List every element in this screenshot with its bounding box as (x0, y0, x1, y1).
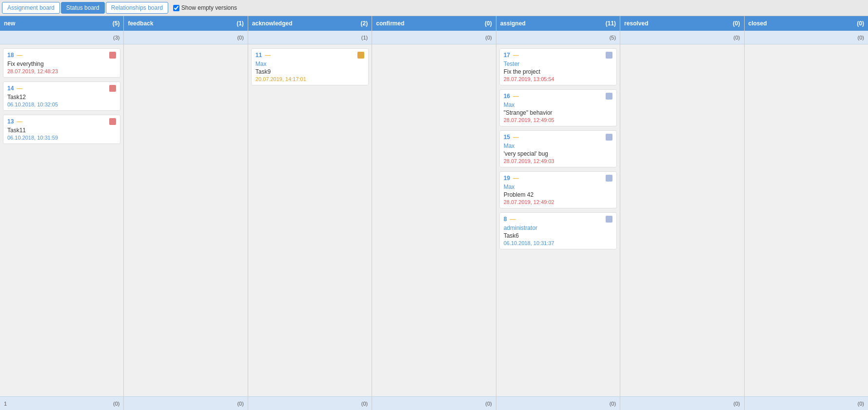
card-priority-square (357, 52, 364, 59)
table-row: 14 — Task12 06.10.2018, 10:32:05 (3, 82, 120, 111)
table-row: 11 — Max Task9 20.07.2019, 14:17:01 (251, 48, 369, 85)
col-subheader-resolved: (0) (620, 31, 744, 44)
card-id[interactable]: 18 (7, 52, 14, 59)
card-dash: — (265, 52, 271, 59)
toolbar: Assignment board Status board Relationsh… (0, 0, 868, 16)
col-body-feedback (124, 44, 247, 396)
card-id[interactable]: 15 (504, 134, 510, 141)
col-closed: closed(0)(0)(0) (745, 16, 868, 410)
card-date: 28.07.2019, 12:48:23 (7, 68, 116, 74)
card-date: 28.07.2019, 12:49:03 (504, 158, 612, 164)
card-header: 19 — (504, 175, 612, 182)
col-header-resolved: resolved(0) (620, 16, 744, 31)
col-footer-resolved: (0) (620, 396, 744, 410)
card-dash: — (513, 175, 519, 182)
table-row: 15 — Max 'very special' bug 28.07.2019, … (499, 130, 617, 167)
card-title: Problem 42 (504, 191, 612, 198)
card-assignee[interactable]: Max (504, 184, 612, 190)
card-assignee[interactable]: administrator (504, 225, 612, 231)
card-priority-square (606, 93, 612, 100)
assignment-board-button[interactable]: Assignment board (2, 2, 60, 14)
card-title: "Strange" behavior (504, 109, 612, 116)
col-footer-count: (0) (237, 401, 243, 407)
col-body-assigned: 17 — Tester Fix the project 28.07.2019, … (496, 44, 620, 396)
col-body-confirmed (372, 44, 495, 396)
col-feedback: feedback(1)(0)(0) (124, 16, 248, 410)
col-count-closed: (0) (857, 20, 864, 27)
col-new: new(5)(3) 18 — Fix everything 28.07.2019… (0, 16, 124, 410)
col-count-assigned: (11) (606, 20, 616, 27)
card-assignee[interactable]: Tester (504, 61, 612, 67)
col-subheader-feedback: (0) (124, 31, 247, 44)
table-row: 19 — Max Problem 42 28.07.2019, 12:49:02 (499, 171, 617, 208)
status-board-button[interactable]: Status board (61, 2, 105, 14)
col-footer-new: 1(0) (0, 396, 123, 410)
card-id[interactable]: 19 (504, 175, 510, 182)
table-row: 18 — Fix everything 28.07.2019, 12:48:23 (3, 48, 120, 78)
show-empty-checkbox-label[interactable]: Show empty versions (173, 4, 237, 11)
col-label-closed: closed (749, 20, 767, 27)
col-label-acknowledged: acknowledged (252, 20, 293, 27)
col-acknowledged: acknowledged(2)(1) 11 — Max Task9 20.07.… (248, 16, 372, 410)
col-header-assigned: assigned(11) (496, 16, 620, 31)
card-date: 20.07.2019, 14:17:01 (256, 76, 364, 82)
card-id[interactable]: 16 (504, 93, 510, 100)
col-confirmed: confirmed(0)(0)(0) (372, 16, 496, 410)
card-header: 14 — (7, 85, 116, 92)
card-dash: — (513, 93, 519, 100)
card-date: 28.07.2019, 12:49:05 (504, 117, 612, 123)
board: new(5)(3) 18 — Fix everything 28.07.2019… (0, 16, 868, 410)
show-empty-label: Show empty versions (181, 4, 237, 11)
col-label-feedback: feedback (128, 20, 153, 27)
col-body-acknowledged: 11 — Max Task9 20.07.2019, 14:17:01 (248, 44, 372, 396)
col-footer-confirmed: (0) (372, 396, 495, 410)
card-priority-square (606, 52, 612, 59)
col-count-feedback: (1) (237, 20, 244, 27)
col-label-confirmed: confirmed (376, 20, 404, 27)
col-subheader-confirmed: (0) (372, 31, 495, 44)
col-header-acknowledged: acknowledged(2) (248, 16, 372, 31)
card-title: Fix the project (504, 68, 612, 75)
table-row: 8 — administrator Task6 06.10.2018, 10:3… (499, 212, 617, 249)
col-body-closed (745, 44, 868, 396)
col-footer-count: (0) (485, 401, 492, 407)
card-assignee[interactable]: Max (504, 143, 612, 149)
card-title: Task12 (7, 94, 116, 101)
col-header-closed: closed(0) (745, 16, 868, 31)
col-label-new: new (4, 20, 15, 27)
show-empty-checkbox[interactable] (173, 5, 179, 11)
card-id[interactable]: 17 (504, 52, 510, 59)
col-footer-count: (0) (610, 401, 616, 407)
col-resolved: resolved(0)(0)(0) (620, 16, 744, 410)
card-date: 06.10.2018, 10:32:05 (7, 102, 116, 107)
card-priority-square (606, 134, 612, 141)
card-assignee[interactable]: Max (256, 61, 364, 67)
col-footer-count: (0) (113, 401, 119, 407)
card-id[interactable]: 14 (7, 85, 14, 92)
col-label-assigned: assigned (500, 20, 526, 27)
card-priority-square (606, 216, 612, 223)
card-title: 'very special' bug (504, 150, 612, 157)
card-id[interactable]: 13 (7, 118, 14, 125)
card-assignee[interactable]: Max (504, 102, 612, 108)
card-id[interactable]: 11 (256, 52, 262, 59)
col-footer-count: (0) (733, 401, 740, 407)
col-footer-label: 1 (4, 401, 7, 407)
card-dash: — (513, 134, 519, 141)
col-subheader-assigned: (5) (496, 31, 620, 44)
relationships-board-button[interactable]: Relationships board (106, 2, 168, 14)
card-dash: — (513, 52, 519, 59)
col-body-resolved (620, 44, 744, 396)
card-header: 11 — (256, 52, 364, 59)
card-date: 28.07.2019, 13:05:54 (504, 76, 612, 82)
card-date: 28.07.2019, 12:49:02 (504, 199, 612, 205)
col-footer-assigned: (0) (496, 396, 620, 410)
col-footer-acknowledged: (0) (248, 396, 372, 410)
card-header: 15 — (504, 134, 612, 141)
card-title: Task6 (504, 232, 612, 239)
card-id[interactable]: 8 (504, 216, 507, 223)
col-body-new: 18 — Fix everything 28.07.2019, 12:48:23… (0, 44, 123, 396)
card-priority-square (109, 118, 116, 125)
card-header: 18 — (7, 52, 116, 59)
card-date: 06.10.2018, 10:31:59 (7, 135, 116, 141)
